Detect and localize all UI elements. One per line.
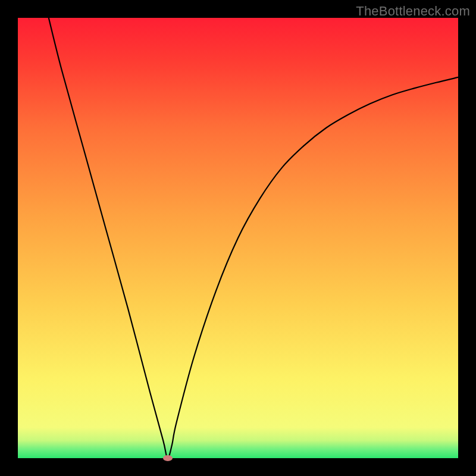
chart-frame: TheBottleneck.com (0, 0, 476, 476)
bottleneck-curve (18, 18, 458, 458)
plot-area (18, 18, 458, 458)
minimum-point-marker (163, 455, 173, 461)
watermark-label: TheBottleneck.com (356, 4, 470, 19)
